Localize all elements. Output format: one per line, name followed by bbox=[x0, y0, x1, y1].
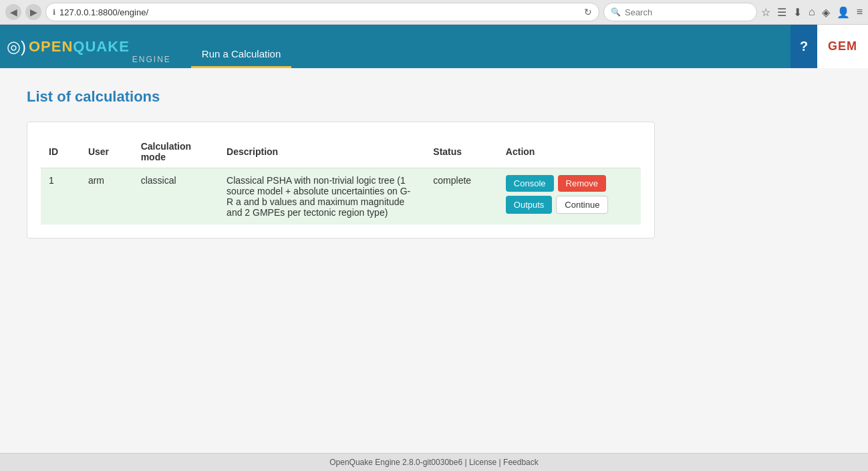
row-description: Classical PSHA with non-trivial logic tr… bbox=[219, 168, 425, 225]
browser-toolbar: ◀ ▶ ℹ ↻ 🔍 ☆ ☰ ⬇ ⌂ ◈ 👤 ≡ bbox=[0, 0, 868, 24]
row-mode: classical bbox=[133, 168, 219, 225]
col-user-header: User bbox=[80, 136, 133, 168]
row-id: 1 bbox=[41, 168, 80, 225]
reload-button[interactable]: ↻ bbox=[584, 7, 592, 17]
logo-open: OPEN bbox=[29, 38, 73, 55]
row-user: arm bbox=[80, 168, 133, 225]
logo-quake: QUAKE bbox=[73, 38, 129, 55]
address-bar: ℹ ↻ bbox=[45, 3, 599, 21]
menu-button[interactable]: ≡ bbox=[857, 6, 863, 18]
url-input[interactable] bbox=[59, 7, 580, 17]
forward-button[interactable]: ▶ bbox=[25, 4, 41, 20]
back-button[interactable]: ◀ bbox=[5, 4, 21, 20]
action-buttons: Console Remove Outputs Continue bbox=[506, 175, 633, 214]
search-input[interactable] bbox=[625, 7, 750, 17]
table-header-row: ID User Calculation mode Description Sta… bbox=[41, 136, 641, 168]
lock-icon: ℹ bbox=[53, 8, 55, 17]
console-button[interactable]: Console bbox=[506, 175, 554, 192]
bookmark-button[interactable]: ☆ bbox=[761, 6, 770, 19]
remove-button[interactable]: Remove bbox=[558, 175, 606, 192]
logo-engine: ENGINE bbox=[132, 55, 171, 68]
row-status: complete bbox=[425, 168, 498, 225]
nav-tabs: Run a Calculation bbox=[191, 25, 291, 68]
main-content: List of calculations ID User Calculation… bbox=[0, 68, 868, 456]
search-icon: 🔍 bbox=[611, 7, 621, 17]
table-row: 1 arm classical Classical PSHA with non-… bbox=[41, 168, 641, 225]
col-mode-header: Calculation mode bbox=[133, 136, 219, 168]
logo-wave-icon: ◎) bbox=[7, 37, 26, 56]
run-calculation-tab[interactable]: Run a Calculation bbox=[191, 41, 291, 68]
footer: OpenQuake Engine 2.8.0-git0030be6 | Lice… bbox=[0, 453, 868, 456]
outputs-button[interactable]: Outputs bbox=[506, 196, 553, 214]
continue-button[interactable]: Continue bbox=[556, 196, 608, 214]
calculations-table: ID User Calculation mode Description Sta… bbox=[41, 136, 641, 224]
pocket-button[interactable]: ◈ bbox=[822, 6, 830, 19]
header-right: ? GEM bbox=[790, 25, 868, 68]
page-title: List of calculations bbox=[27, 88, 841, 106]
download-button[interactable]: ⬇ bbox=[793, 6, 802, 19]
logo-text: OPENQUAKE bbox=[29, 38, 130, 55]
sync-button[interactable]: 👤 bbox=[837, 6, 850, 19]
table-container: ID User Calculation mode Description Sta… bbox=[27, 122, 655, 239]
col-status-header: Status bbox=[425, 136, 498, 168]
col-action-header: Action bbox=[498, 136, 641, 168]
home-button[interactable]: ⌂ bbox=[809, 6, 815, 18]
row-actions: Console Remove Outputs Continue bbox=[498, 168, 641, 225]
gem-logo: GEM bbox=[817, 25, 868, 68]
bookmark-list-button[interactable]: ☰ bbox=[777, 6, 786, 19]
browser-chrome: ◀ ▶ ℹ ↻ 🔍 ☆ ☰ ⬇ ⌂ ◈ 👤 ≡ bbox=[0, 0, 868, 25]
help-button[interactable]: ? bbox=[790, 25, 817, 68]
col-id-header: ID bbox=[41, 136, 80, 168]
logo-section: ◎) OPENQUAKE ENGINE bbox=[0, 25, 178, 68]
search-bar: 🔍 bbox=[603, 3, 757, 21]
browser-icons: ☆ ☰ ⬇ ⌂ ◈ 👤 ≡ bbox=[761, 6, 863, 19]
col-desc-header: Description bbox=[219, 136, 425, 168]
app-header: ◎) OPENQUAKE ENGINE Run a Calculation ? … bbox=[0, 25, 868, 68]
